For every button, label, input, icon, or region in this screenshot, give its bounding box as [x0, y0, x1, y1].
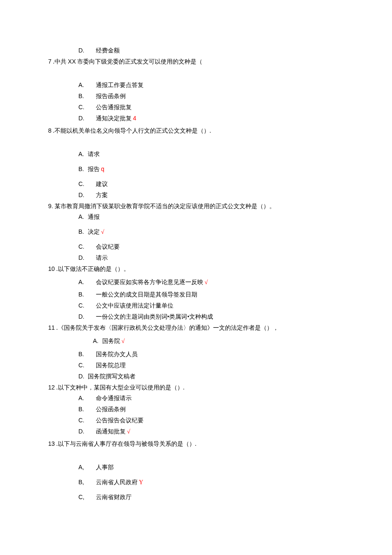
- option-text: 国务院: [102, 338, 122, 344]
- option-label: A.: [78, 81, 94, 90]
- answer-mark: Y: [139, 479, 143, 485]
- option-text: 国务院办文人员: [96, 351, 138, 357]
- option-label: D.: [78, 114, 94, 123]
- question-8: 8 .不能以机关单位名义向领导个人行文的正式公文文种是（）.: [48, 126, 358, 135]
- option-label: A.: [93, 337, 101, 346]
- answer-mark: 4: [133, 115, 136, 122]
- question-10: 10 .以下做法不正确的是（）。: [48, 264, 358, 273]
- q10-option-d: D. 一份公文的主题词由类别词•类属词•文种构成: [48, 312, 358, 321]
- q6-option-d: D. 经费金额: [48, 46, 358, 55]
- q8-option-d: D. 方案: [48, 191, 358, 200]
- option-label: A.: [78, 278, 94, 287]
- option-label: C.: [78, 103, 94, 112]
- option-text: 云南省人民政府: [96, 479, 139, 485]
- document-page: D. 经费金额 7 .中共 XX 市委向下级党委的正式发文可以使用的文种是（ A…: [0, 0, 392, 555]
- question-number: 8: [48, 127, 52, 134]
- q7-option-a: A. 通报工作要点答复: [48, 81, 358, 90]
- q11-option-b: B. 国务院办文人员: [48, 350, 358, 359]
- option-label: A,: [78, 463, 94, 472]
- q9-option-c: C. 会议纪要: [48, 242, 358, 251]
- q11-option-d: D. 国务院撰写文稿者: [48, 372, 358, 381]
- option-label: A.: [78, 212, 86, 221]
- answer-mark: q: [101, 166, 104, 172]
- question-stem: .不能以机关单位名义向领导个人行文的正式公文文种是（）.: [53, 128, 211, 134]
- q12-option-b: B. 公报函条例: [48, 405, 358, 414]
- question-number: 13: [48, 440, 55, 447]
- question-number: 11: [48, 324, 55, 331]
- answer-mark: √: [205, 279, 208, 285]
- option-label: D.: [78, 191, 94, 200]
- option-text: 函通知批复: [96, 428, 127, 435]
- question-number: 10: [48, 265, 55, 272]
- option-text: 公文中应该使用法定计量单位: [96, 302, 173, 309]
- q9-option-a: A. 通报: [48, 212, 358, 221]
- option-text: 通报: [88, 214, 100, 220]
- question-9: 9. 某市教育局撤消下级某职业教育学院不适当的决定应该使用的正式公文文种是（）。: [48, 202, 358, 211]
- question-7: 7 .中共 XX 市委向下级党委的正式发文可以使用的文种是（: [48, 57, 358, 66]
- option-text: 国务院总理: [96, 362, 126, 369]
- option-label: B.: [78, 92, 94, 101]
- question-stem: .以下做法不正确的是（）。: [56, 266, 130, 272]
- q12-option-d: D. 函通知批复 √: [48, 427, 358, 436]
- option-label: C.: [78, 242, 94, 251]
- option-label: C.: [78, 361, 94, 370]
- option-label: B.: [78, 227, 86, 236]
- option-text: 决定: [88, 229, 101, 235]
- question-number: 12: [48, 384, 55, 391]
- question-12: 12 .以下文种中，某国有大型企业可以使用的是（）.: [48, 383, 358, 392]
- question-13: 13 .以下与云南省人事厅存在领导与被领导关系的是（）.: [48, 439, 358, 448]
- answer-mark: √: [121, 338, 125, 344]
- option-text: 请示: [96, 255, 108, 261]
- question-stem: .以下与云南省人事厅存在领导与被领导关系的是（）.: [56, 441, 196, 447]
- option-text: 会议纪要应如实将各方争论意见逐一反映: [96, 279, 205, 285]
- q12-option-a: A. 命令通报请示: [48, 394, 358, 403]
- q11-option-c: C. 国务院总理: [48, 361, 358, 370]
- q10-option-c: C. 公文中应该使用法定计量单位: [48, 301, 358, 310]
- option-label: D.: [78, 312, 94, 321]
- question-11: 11 .《国务院关于发布〈国家行政机关公文处理办法〉的通知》一文的法定作者是（）…: [48, 323, 358, 332]
- question-number: 7: [48, 58, 52, 65]
- option-label: B.: [78, 165, 86, 174]
- q10-option-b: B. 一般公文的成文日期是其领导签发日期: [48, 290, 358, 299]
- q7-option-c: C. 公告通报批复: [48, 103, 358, 112]
- option-text: 建议: [96, 181, 108, 187]
- q8-option-b: B. 报告 q: [48, 165, 358, 174]
- question-stem: .《国务院关于发布〈国家行政机关公文处理办法〉的通知》一文的法定作者是（），: [56, 325, 279, 331]
- option-text: 通知决定批复: [96, 115, 133, 122]
- question-stem: .中共 XX 市委向下级党委的正式发文可以使用的文种是（: [53, 58, 202, 65]
- option-text: 会议纪要: [96, 244, 120, 250]
- option-text: 公报函条例: [96, 406, 126, 413]
- q11-option-a: A. 国务院 √: [48, 337, 358, 346]
- q13-option-a: A, 人事部: [48, 463, 358, 472]
- q7-option-b: B. 报告函条例: [48, 92, 358, 101]
- option-label: B.: [78, 350, 94, 359]
- option-text: 公告通报批复: [96, 104, 132, 110]
- option-text: 国务院撰写文稿者: [88, 373, 135, 380]
- option-text: 报告: [88, 166, 101, 172]
- q7-option-d: D. 通知决定批复 4: [48, 114, 358, 123]
- question-stem: .以下文种中，某国有大型企业可以使用的是（）.: [56, 384, 184, 391]
- option-label: D.: [78, 427, 94, 436]
- q10-option-a: A. 会议纪要应如实将各方争论意见逐一反映 √: [48, 278, 358, 287]
- question-number: 9.: [48, 203, 53, 209]
- q8-option-a: A. 请求: [48, 150, 358, 159]
- option-label: D.: [78, 372, 86, 381]
- option-text: 一份公文的主题词由类别词•类属词•文种构成: [96, 314, 213, 320]
- answer-mark: √: [127, 428, 130, 435]
- option-text: 通报工作要点答复: [96, 82, 144, 88]
- option-text: 公告报告会议纪要: [96, 417, 144, 424]
- option-label: A.: [78, 150, 86, 159]
- option-label: D.: [78, 253, 94, 262]
- option-label: B.: [78, 405, 94, 414]
- question-stem: 某市教育局撤消下级某职业教育学院不适当的决定应该使用的正式公文文种是（）。: [55, 203, 275, 209]
- q13-option-b: B, 云南省人民政府 Y: [48, 478, 358, 487]
- option-label: C.: [78, 180, 94, 189]
- q13-option-c: C, 云南省财政厅: [48, 493, 358, 502]
- option-text: 云南省财政厅: [96, 494, 132, 500]
- option-label: C,: [78, 493, 94, 502]
- option-text: 请求: [88, 151, 100, 157]
- q8-option-c: C. 建议: [48, 180, 358, 189]
- option-label: A.: [78, 394, 94, 403]
- q9-option-d: D. 请示: [48, 253, 358, 262]
- option-text: 人事部: [96, 464, 114, 471]
